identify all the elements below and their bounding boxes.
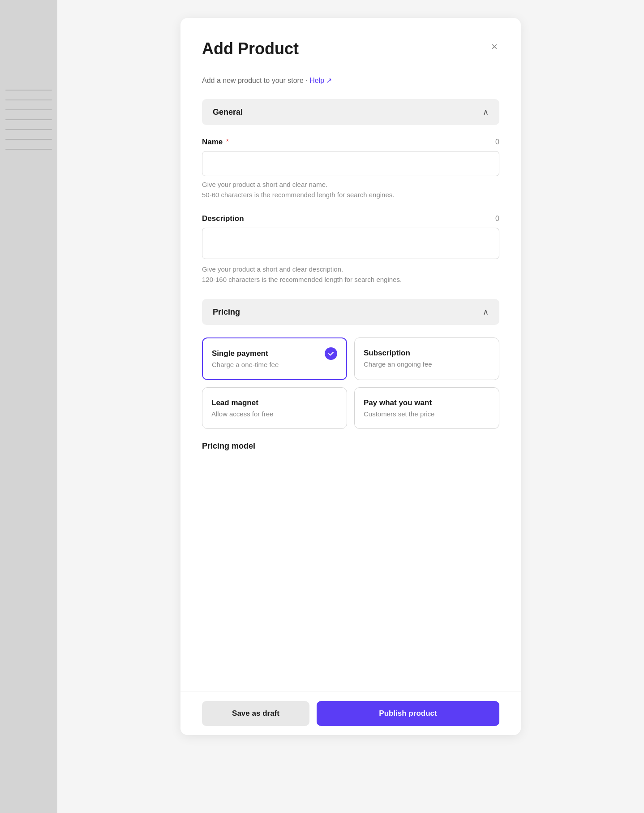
pricing-card-lead-magnet[interactable]: Lead magnet Allow access for free	[202, 387, 347, 429]
modal-title: Add Product	[202, 39, 299, 58]
subtitle: Add a new product to your store · Help ↗	[202, 76, 499, 85]
name-label: Name	[202, 138, 223, 146]
name-hint-line1: Give your product a short and clear name…	[202, 180, 499, 190]
name-label-row: Name * 0	[202, 138, 499, 147]
description-hint: Give your product a short and clear desc…	[202, 264, 499, 285]
pay-what-you-want-desc: Customers set the price	[364, 410, 490, 418]
description-hint-line1: Give your product a short and clear desc…	[202, 264, 499, 275]
pricing-card-pay-what-you-want[interactable]: Pay what you want Customers set the pric…	[354, 387, 499, 429]
sidebar-lines	[0, 90, 57, 150]
sidebar-line	[5, 149, 52, 150]
lead-magnet-title: Lead magnet	[211, 398, 338, 407]
single-payment-desc: Charge a one-time fee	[212, 361, 337, 368]
name-field-group: Name * 0 Give your product a short and c…	[202, 138, 499, 200]
name-input[interactable]	[202, 151, 499, 176]
sidebar-line	[5, 139, 52, 140]
sidebar-line	[5, 119, 52, 120]
name-count: 0	[495, 138, 499, 146]
name-label-wrapper: Name *	[202, 138, 229, 147]
bottom-bar: Save as draft Publish product	[180, 692, 521, 735]
close-button[interactable]: ×	[489, 39, 499, 54]
general-section-header[interactable]: General ∧	[202, 99, 499, 125]
pricing-section-header[interactable]: Pricing ∧	[202, 299, 499, 325]
subtitle-text: Add a new product to your store ·	[202, 77, 309, 84]
main-content: Add Product × Add a new product to your …	[57, 0, 644, 813]
subscription-title: Subscription	[364, 349, 490, 358]
description-label: Description	[202, 214, 244, 223]
name-hint-line2: 50-60 characters is the recommended leng…	[202, 190, 499, 200]
name-required-star: *	[226, 138, 229, 146]
help-link[interactable]: Help ↗	[309, 77, 332, 84]
lead-magnet-desc: Allow access for free	[211, 410, 338, 418]
sidebar-line	[5, 129, 52, 130]
description-label-row: Description 0	[202, 214, 499, 223]
modal-header: Add Product ×	[202, 39, 499, 58]
description-input[interactable]	[202, 228, 499, 259]
sidebar-line	[5, 109, 52, 110]
sidebar-line	[5, 90, 52, 91]
general-section-label: General	[213, 108, 243, 117]
publish-product-button[interactable]: Publish product	[317, 701, 499, 726]
single-payment-title: Single payment	[212, 349, 337, 358]
subscription-desc: Charge an ongoing fee	[364, 360, 490, 368]
description-hint-line2: 120-160 characters is the recommended le…	[202, 275, 499, 285]
pay-what-you-want-title: Pay what you want	[364, 398, 490, 407]
sidebar	[0, 0, 57, 813]
pricing-model-label: Pricing model	[202, 441, 499, 451]
pricing-chevron-icon: ∧	[483, 307, 489, 317]
layout: Add Product × Add a new product to your …	[0, 0, 644, 813]
pricing-card-single-payment[interactable]: Single payment Charge a one-time fee	[202, 337, 347, 380]
single-payment-check-badge	[325, 347, 337, 360]
pricing-grid: Single payment Charge a one-time fee Sub…	[202, 337, 499, 429]
description-field-group: Description 0 Give your product a short …	[202, 214, 499, 285]
save-as-draft-button[interactable]: Save as draft	[202, 701, 309, 726]
description-count: 0	[495, 215, 499, 223]
check-icon	[327, 350, 335, 357]
modal: Add Product × Add a new product to your …	[180, 18, 521, 735]
pricing-card-subscription[interactable]: Subscription Charge an ongoing fee	[354, 337, 499, 380]
name-hint: Give your product a short and clear name…	[202, 180, 499, 200]
general-chevron-icon: ∧	[483, 107, 489, 117]
pricing-section-label: Pricing	[213, 307, 240, 317]
sidebar-line	[5, 99, 52, 100]
